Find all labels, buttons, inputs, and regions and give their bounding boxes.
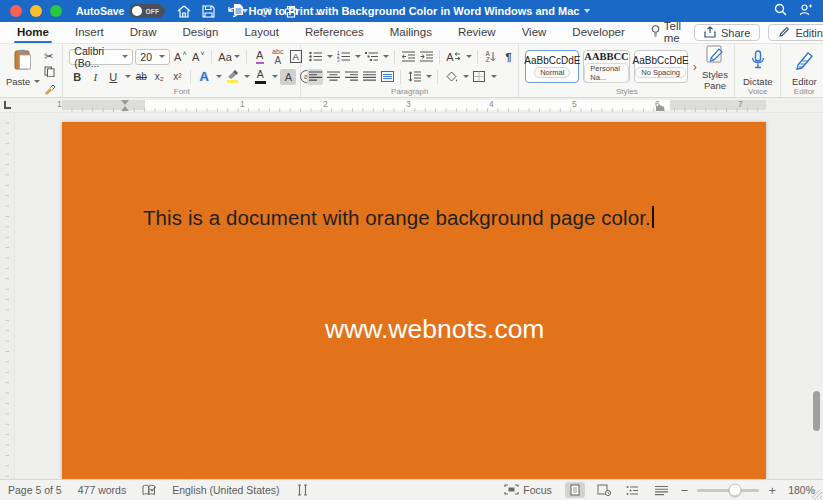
line-spacing-button[interactable]: [406, 69, 422, 85]
numbering-button[interactable]: 123: [335, 49, 351, 65]
tab-developer[interactable]: Developer: [559, 23, 637, 42]
resize-grip[interactable]: [812, 490, 822, 500]
draft-view-button[interactable]: [652, 482, 672, 498]
word-count[interactable]: 477 words: [78, 484, 126, 496]
justify-button[interactable]: [361, 69, 377, 85]
tab-home[interactable]: Home: [4, 23, 62, 42]
tab-draw[interactable]: Draw: [117, 23, 170, 42]
undo-button[interactable]: [226, 5, 248, 18]
clear-formatting-icon[interactable]: A: [252, 49, 268, 65]
highlight-button[interactable]: [224, 69, 240, 85]
autosave-toggle[interactable]: OFF: [129, 4, 165, 18]
format-painter-icon[interactable]: [44, 81, 56, 99]
redo-icon[interactable]: [259, 5, 273, 18]
shading-button[interactable]: [443, 69, 459, 85]
align-center-button[interactable]: [325, 69, 341, 85]
paste-button[interactable]: Paste: [6, 48, 40, 85]
print-layout-view-button[interactable]: [565, 482, 585, 498]
strikethrough-button[interactable]: ab: [133, 69, 149, 85]
zoom-window-button[interactable]: [50, 5, 62, 17]
style-personal[interactable]: AABBCC Personal Na...: [583, 50, 629, 83]
title-dropdown-icon[interactable]: [584, 9, 590, 13]
font-color-button[interactable]: A: [252, 69, 268, 85]
text-effects-dropdown-icon[interactable]: [216, 75, 222, 78]
print-icon[interactable]: [284, 5, 298, 18]
bold-button[interactable]: B: [69, 69, 85, 85]
editing-mode-button[interactable]: Editing: [768, 24, 823, 41]
cut-icon[interactable]: ✂: [44, 50, 56, 63]
page-indicator[interactable]: Page 5 of 5: [8, 484, 62, 496]
styles-gallery-more-button[interactable]: ›: [693, 60, 697, 74]
zoom-in-button[interactable]: +: [768, 484, 776, 497]
asian-layout-button[interactable]: A: [445, 49, 461, 65]
macro-recording-icon[interactable]: [296, 484, 309, 496]
zoom-level[interactable]: 180%: [785, 484, 815, 496]
minimize-window-button[interactable]: [30, 5, 42, 17]
more-commands-icon[interactable]: …: [309, 7, 323, 15]
tab-mailings[interactable]: Mailings: [377, 23, 445, 42]
character-shading-button[interactable]: A: [280, 69, 296, 85]
document-page[interactable]: This is a document with orange backgroun…: [62, 122, 766, 479]
zoom-slider[interactable]: [697, 489, 759, 492]
horizontal-ruler[interactable]: 1 1 2 3 4 5 6 7: [0, 98, 823, 113]
shrink-font-button[interactable]: A˅: [190, 49, 206, 65]
multilevel-dropdown-icon[interactable]: [383, 55, 389, 58]
editor-button[interactable]: Editor: [787, 48, 821, 85]
grow-font-button[interactable]: A˄: [172, 49, 188, 65]
tab-selector-icon[interactable]: [4, 101, 11, 109]
tab-view[interactable]: View: [509, 23, 560, 42]
proofing-icon[interactable]: [142, 484, 156, 496]
shading-dropdown-icon[interactable]: [463, 75, 469, 78]
increase-indent-button[interactable]: [418, 49, 434, 65]
autosave-control[interactable]: AutoSave OFF: [76, 4, 165, 18]
zoom-slider-thumb[interactable]: [728, 484, 741, 497]
focus-mode-button[interactable]: Focus: [504, 484, 552, 497]
tab-layout[interactable]: Layout: [231, 23, 292, 42]
save-icon[interactable]: [202, 5, 215, 18]
vertical-ruler[interactable]: [0, 113, 15, 479]
tab-insert[interactable]: Insert: [62, 23, 117, 42]
subscript-button[interactable]: x₂: [151, 69, 167, 85]
underline-dropdown-icon[interactable]: [125, 75, 131, 78]
superscript-button[interactable]: x²: [169, 69, 185, 85]
line-spacing-dropdown-icon[interactable]: [426, 75, 432, 78]
share-presence-icon[interactable]: [799, 2, 813, 20]
italic-button[interactable]: I: [87, 69, 103, 85]
document-text[interactable]: This is a document with orange backgroun…: [143, 206, 654, 230]
paste-dropdown-icon[interactable]: [34, 80, 40, 83]
search-icon[interactable]: [774, 2, 787, 20]
multilevel-list-button[interactable]: [363, 49, 379, 65]
highlight-dropdown-icon[interactable]: [244, 75, 250, 78]
show-marks-button[interactable]: ¶: [501, 49, 517, 65]
font-name-select[interactable]: Calibri (Bo...: [69, 49, 133, 65]
styles-pane-button[interactable]: Styles Pane: [702, 42, 729, 91]
vertical-scrollbar[interactable]: [813, 391, 820, 431]
first-line-indent-marker[interactable]: [121, 100, 129, 105]
zoom-out-button[interactable]: −: [681, 484, 689, 497]
align-right-button[interactable]: [343, 69, 359, 85]
undo-dropdown-icon[interactable]: [242, 9, 248, 13]
distribute-button[interactable]: [379, 69, 395, 85]
align-left-button[interactable]: [307, 69, 323, 85]
document-canvas[interactable]: This is a document with orange backgroun…: [0, 113, 823, 479]
outline-view-button[interactable]: [623, 482, 643, 498]
change-case-button[interactable]: Aa: [217, 49, 240, 65]
underline-button[interactable]: U: [105, 69, 121, 85]
home-icon[interactable]: [177, 5, 191, 18]
font-color-dropdown-icon[interactable]: [272, 75, 278, 78]
numbering-dropdown-icon[interactable]: [355, 55, 361, 58]
copy-icon[interactable]: [44, 63, 56, 81]
sort-button[interactable]: AZ: [483, 49, 499, 65]
bullets-dropdown-icon[interactable]: [327, 55, 333, 58]
asian-layout-dropdown-icon[interactable]: [466, 55, 472, 58]
bullets-button[interactable]: [307, 49, 323, 65]
decrease-indent-button[interactable]: [400, 49, 416, 65]
borders-dropdown-icon[interactable]: [491, 75, 497, 78]
tab-review[interactable]: Review: [445, 23, 509, 42]
web-layout-view-button[interactable]: [594, 482, 614, 498]
hanging-indent-marker[interactable]: [121, 106, 129, 111]
borders-button[interactable]: [471, 69, 487, 85]
language-indicator[interactable]: English (United States): [172, 484, 279, 496]
phonetic-guide-icon[interactable]: abcA: [270, 49, 286, 65]
style-normal[interactable]: AaBbCcDdE Normal: [525, 50, 579, 83]
